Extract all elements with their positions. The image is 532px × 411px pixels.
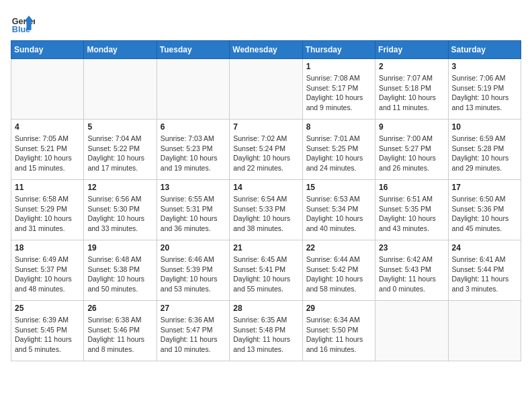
calendar-table: SundayMondayTuesdayWednesdayThursdayFrid…: [11, 40, 521, 361]
calendar-cell: 28Sunrise: 6:35 AM Sunset: 5:48 PM Dayli…: [230, 301, 302, 361]
calendar-header-row: SundayMondayTuesdayWednesdayThursdayFrid…: [11, 41, 521, 59]
day-number: 22: [306, 243, 371, 253]
calendar-cell: 13Sunrise: 6:55 AM Sunset: 5:31 PM Dayli…: [157, 180, 229, 240]
day-number: 20: [161, 243, 226, 253]
day-number: 1: [306, 62, 371, 71]
day-number: 11: [15, 183, 80, 192]
calendar-cell: 8Sunrise: 7:01 AM Sunset: 5:25 PM Daylig…: [302, 120, 375, 180]
week-row-5: 25Sunrise: 6:39 AM Sunset: 5:45 PM Dayli…: [11, 301, 521, 361]
day-number: 14: [233, 183, 298, 192]
day-info: Sunrise: 6:48 AM Sunset: 5:38 PM Dayligh…: [87, 255, 152, 294]
logo: General Blue: [11, 11, 35, 35]
day-header-friday: Friday: [375, 41, 448, 59]
week-row-2: 4Sunrise: 7:05 AM Sunset: 5:21 PM Daylig…: [11, 120, 521, 180]
day-number: 4: [15, 122, 80, 132]
day-number: 3: [452, 62, 517, 71]
day-number: 2: [379, 62, 444, 71]
day-info: Sunrise: 6:39 AM Sunset: 5:45 PM Dayligh…: [15, 315, 80, 355]
day-number: 25: [15, 304, 80, 313]
day-header-tuesday: Tuesday: [157, 41, 229, 59]
calendar-cell: 2Sunrise: 7:07 AM Sunset: 5:18 PM Daylig…: [375, 59, 448, 120]
day-number: 28: [233, 304, 298, 313]
day-info: Sunrise: 7:06 AM Sunset: 5:19 PM Dayligh…: [452, 73, 517, 113]
day-number: 26: [87, 304, 152, 313]
calendar-cell: 9Sunrise: 7:00 AM Sunset: 5:27 PM Daylig…: [375, 120, 448, 180]
day-number: 6: [161, 122, 226, 132]
day-header-monday: Monday: [84, 41, 157, 59]
day-number: 13: [161, 183, 226, 192]
day-number: 29: [306, 304, 371, 313]
day-info: Sunrise: 7:01 AM Sunset: 5:25 PM Dayligh…: [306, 134, 371, 173]
day-number: 19: [87, 243, 152, 253]
calendar-cell: [230, 59, 302, 120]
day-info: Sunrise: 7:00 AM Sunset: 5:27 PM Dayligh…: [379, 134, 444, 173]
day-number: 9: [379, 122, 444, 132]
calendar-cell: 17Sunrise: 6:50 AM Sunset: 5:36 PM Dayli…: [448, 180, 521, 240]
calendar-cell: 20Sunrise: 6:46 AM Sunset: 5:39 PM Dayli…: [157, 240, 229, 301]
calendar-cell: 19Sunrise: 6:48 AM Sunset: 5:38 PM Dayli…: [84, 240, 157, 301]
logo-icon: General Blue: [11, 11, 35, 35]
day-info: Sunrise: 6:44 AM Sunset: 5:42 PM Dayligh…: [306, 255, 371, 294]
day-info: Sunrise: 7:02 AM Sunset: 5:24 PM Dayligh…: [233, 134, 298, 173]
calendar-cell: [11, 59, 84, 120]
calendar-cell: 21Sunrise: 6:45 AM Sunset: 5:41 PM Dayli…: [230, 240, 302, 301]
day-info: Sunrise: 7:08 AM Sunset: 5:17 PM Dayligh…: [306, 73, 371, 113]
calendar-cell: 4Sunrise: 7:05 AM Sunset: 5:21 PM Daylig…: [11, 120, 84, 180]
calendar-cell: [84, 59, 157, 120]
day-header-sunday: Sunday: [11, 41, 84, 59]
day-number: 24: [452, 243, 517, 253]
calendar-cell: 5Sunrise: 7:04 AM Sunset: 5:22 PM Daylig…: [84, 120, 157, 180]
day-number: 27: [161, 304, 226, 313]
calendar-cell: 27Sunrise: 6:36 AM Sunset: 5:47 PM Dayli…: [157, 301, 229, 361]
day-number: 7: [233, 122, 298, 132]
day-info: Sunrise: 6:56 AM Sunset: 5:30 PM Dayligh…: [87, 194, 152, 234]
calendar-cell: 18Sunrise: 6:49 AM Sunset: 5:37 PM Dayli…: [11, 240, 84, 301]
day-info: Sunrise: 7:04 AM Sunset: 5:22 PM Dayligh…: [87, 134, 152, 173]
calendar-cell: 29Sunrise: 6:34 AM Sunset: 5:50 PM Dayli…: [302, 301, 375, 361]
day-info: Sunrise: 6:49 AM Sunset: 5:37 PM Dayligh…: [15, 255, 80, 294]
day-info: Sunrise: 6:46 AM Sunset: 5:39 PM Dayligh…: [161, 255, 226, 294]
week-row-4: 18Sunrise: 6:49 AM Sunset: 5:37 PM Dayli…: [11, 240, 521, 301]
day-info: Sunrise: 6:51 AM Sunset: 5:35 PM Dayligh…: [379, 194, 444, 234]
calendar-cell: 23Sunrise: 6:42 AM Sunset: 5:43 PM Dayli…: [375, 240, 448, 301]
day-number: 8: [306, 122, 371, 132]
calendar-cell: 11Sunrise: 6:58 AM Sunset: 5:29 PM Dayli…: [11, 180, 84, 240]
day-info: Sunrise: 6:41 AM Sunset: 5:44 PM Dayligh…: [452, 255, 517, 294]
page-header: General Blue: [11, 11, 521, 35]
day-number: 23: [379, 243, 444, 253]
day-number: 15: [306, 183, 371, 192]
calendar-cell: 22Sunrise: 6:44 AM Sunset: 5:42 PM Dayli…: [302, 240, 375, 301]
calendar-cell: 10Sunrise: 6:59 AM Sunset: 5:28 PM Dayli…: [448, 120, 521, 180]
day-info: Sunrise: 6:36 AM Sunset: 5:47 PM Dayligh…: [161, 315, 226, 355]
calendar-cell: 7Sunrise: 7:02 AM Sunset: 5:24 PM Daylig…: [230, 120, 302, 180]
day-info: Sunrise: 6:55 AM Sunset: 5:31 PM Dayligh…: [161, 194, 226, 234]
day-header-thursday: Thursday: [302, 41, 375, 59]
day-info: Sunrise: 6:59 AM Sunset: 5:28 PM Dayligh…: [452, 134, 517, 173]
calendar-cell: 6Sunrise: 7:03 AM Sunset: 5:23 PM Daylig…: [157, 120, 229, 180]
day-number: 16: [379, 183, 444, 192]
day-info: Sunrise: 7:03 AM Sunset: 5:23 PM Dayligh…: [161, 134, 226, 173]
calendar-cell: [375, 301, 448, 361]
day-info: Sunrise: 6:45 AM Sunset: 5:41 PM Dayligh…: [233, 255, 298, 294]
day-info: Sunrise: 6:50 AM Sunset: 5:36 PM Dayligh…: [452, 194, 517, 234]
day-header-wednesday: Wednesday: [230, 41, 302, 59]
day-number: 21: [233, 243, 298, 253]
day-info: Sunrise: 6:53 AM Sunset: 5:34 PM Dayligh…: [306, 194, 371, 234]
calendar-cell: 25Sunrise: 6:39 AM Sunset: 5:45 PM Dayli…: [11, 301, 84, 361]
calendar-cell: 3Sunrise: 7:06 AM Sunset: 5:19 PM Daylig…: [448, 59, 521, 120]
day-info: Sunrise: 6:42 AM Sunset: 5:43 PM Dayligh…: [379, 255, 444, 294]
calendar-cell: 1Sunrise: 7:08 AM Sunset: 5:17 PM Daylig…: [302, 59, 375, 120]
calendar-cell: 26Sunrise: 6:38 AM Sunset: 5:46 PM Dayli…: [84, 301, 157, 361]
day-info: Sunrise: 6:34 AM Sunset: 5:50 PM Dayligh…: [306, 315, 371, 355]
day-number: 17: [452, 183, 517, 192]
calendar-cell: 12Sunrise: 6:56 AM Sunset: 5:30 PM Dayli…: [84, 180, 157, 240]
day-info: Sunrise: 7:07 AM Sunset: 5:18 PM Dayligh…: [379, 73, 444, 113]
day-number: 5: [87, 122, 152, 132]
calendar-cell: 24Sunrise: 6:41 AM Sunset: 5:44 PM Dayli…: [448, 240, 521, 301]
calendar-cell: 14Sunrise: 6:54 AM Sunset: 5:33 PM Dayli…: [230, 180, 302, 240]
week-row-1: 1Sunrise: 7:08 AM Sunset: 5:17 PM Daylig…: [11, 59, 521, 120]
day-info: Sunrise: 6:38 AM Sunset: 5:46 PM Dayligh…: [87, 315, 152, 355]
calendar-cell: 15Sunrise: 6:53 AM Sunset: 5:34 PM Dayli…: [302, 180, 375, 240]
day-info: Sunrise: 6:35 AM Sunset: 5:48 PM Dayligh…: [233, 315, 298, 355]
calendar-cell: [448, 301, 521, 361]
